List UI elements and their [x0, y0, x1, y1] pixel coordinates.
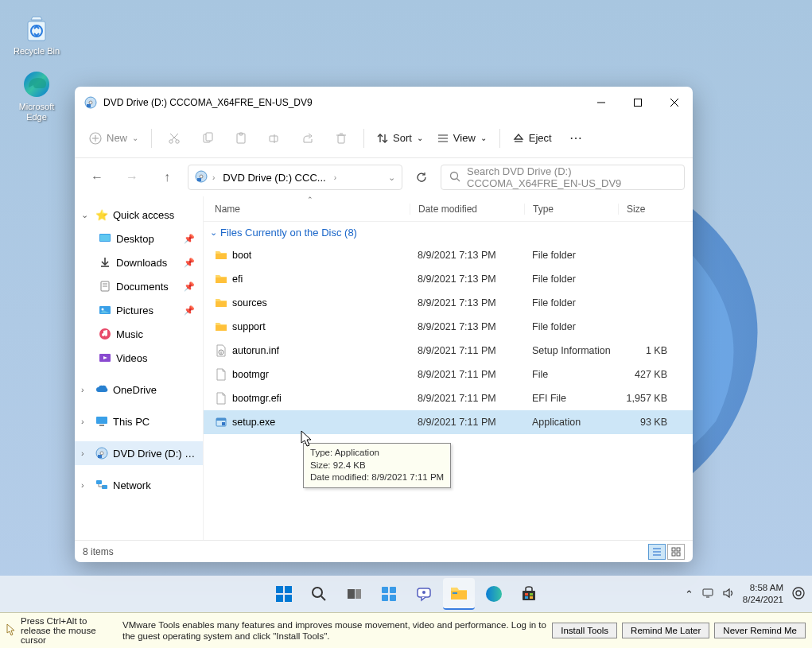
sidebar-videos[interactable]: Videos [75, 346, 203, 370]
column-size[interactable]: Size [618, 204, 675, 215]
copy-button[interactable] [192, 124, 223, 153]
pin-icon: 📌 [184, 305, 195, 316]
column-date[interactable]: Date modified [410, 204, 524, 215]
sidebar-quick-access[interactable]: ⌄ ⭐ Quick access [75, 203, 203, 227]
close-button[interactable] [656, 87, 693, 118]
network-tray-icon[interactable] [701, 587, 714, 601]
file-type: Application [524, 417, 618, 428]
cut-button[interactable] [158, 124, 190, 153]
search-box[interactable]: Search DVD Drive (D:) CCCOMA_X64FRE_EN-U… [441, 165, 685, 190]
recycle-bin-icon[interactable]: Recycle Bin [8, 8, 65, 62]
eject-button[interactable]: Eject [507, 124, 558, 153]
svg-rect-64 [216, 418, 226, 421]
file-size: 1 KB [618, 345, 675, 356]
svg-rect-91 [525, 593, 528, 596]
column-type[interactable]: Type [524, 204, 618, 215]
pin-icon: 📌 [184, 234, 195, 244]
rename-button[interactable] [258, 124, 290, 153]
titlebar[interactable]: DVD Drive (D:) CCCOMA_X64FRE_EN-US_DV9 [75, 87, 693, 118]
file-date: 8/9/2021 7:13 PM [410, 274, 524, 285]
documents-icon [99, 280, 111, 293]
sidebar-downloads[interactable]: Downloads📌 [75, 250, 203, 274]
forward-button[interactable]: → [118, 163, 146, 192]
edge-button[interactable] [478, 578, 510, 610]
thumbnails-view-toggle[interactable] [667, 544, 685, 560]
delete-button[interactable] [325, 124, 357, 153]
sidebar-pictures[interactable]: Pictures📌 [75, 298, 203, 322]
more-button[interactable]: ⋯ [560, 124, 592, 153]
file-icon [215, 392, 227, 405]
chevron-right-icon: › [81, 385, 91, 394]
file-row[interactable]: efi 8/9/2021 7:13 PM File folder [204, 267, 693, 291]
svg-rect-59 [216, 301, 227, 307]
chevron-right-icon: › [81, 417, 91, 426]
svg-point-35 [451, 172, 458, 179]
file-size: 93 KB [618, 417, 675, 428]
status-bar: 8 items [75, 540, 693, 562]
chat-button[interactable] [408, 578, 440, 610]
file-row[interactable]: bootmgr 8/9/2021 7:11 PM File 427 KB [204, 363, 693, 386]
refresh-button[interactable] [409, 165, 434, 190]
svg-rect-71 [672, 553, 675, 556]
sidebar-onedrive[interactable]: ›OneDrive [75, 378, 203, 402]
up-button[interactable]: ↑ [153, 163, 181, 192]
search-placeholder: Search DVD Drive (D:) CCCOMA_X64FRE_EN-U… [467, 165, 676, 189]
sidebar-network[interactable]: ›Network [75, 473, 203, 497]
group-header[interactable]: ⌄ Files Currently on the Disc (8) [204, 222, 693, 243]
file-name: support [232, 321, 266, 332]
details-view-toggle[interactable] [648, 544, 666, 560]
never-remind-button[interactable]: Never Remind Me [714, 623, 806, 638]
file-row[interactable]: boot 8/9/2021 7:13 PM File folder [204, 243, 693, 267]
address-bar[interactable]: › DVD Drive (D:) CCC... › ⌄ [188, 165, 402, 190]
svg-rect-48 [96, 417, 107, 424]
item-count: 8 items [83, 546, 114, 557]
install-tools-button[interactable]: Install Tools [552, 623, 617, 638]
widgets-button[interactable] [373, 578, 405, 610]
file-date: 8/9/2021 7:13 PM [410, 321, 524, 332]
file-row[interactable]: setup.exe 8/9/2021 7:11 PM Application 9… [204, 410, 693, 434]
svg-rect-18 [206, 133, 212, 141]
microsoft-edge-icon[interactable]: Microsoft Edge [8, 68, 65, 122]
column-name[interactable]: Name [215, 204, 410, 215]
maximize-button[interactable] [620, 87, 656, 118]
svg-point-77 [313, 588, 322, 597]
svg-point-89 [486, 586, 502, 602]
file-date: 8/9/2021 7:13 PM [410, 297, 524, 308]
search-button[interactable] [303, 578, 335, 610]
breadcrumb-crumb[interactable]: DVD Drive (D:) CCC... [220, 170, 328, 185]
folder-icon [215, 297, 227, 309]
svg-line-36 [457, 178, 460, 181]
back-button[interactable]: ← [83, 163, 111, 192]
file-type: EFI File [524, 393, 618, 404]
start-button[interactable] [268, 578, 300, 610]
volume-tray-icon[interactable] [722, 587, 735, 601]
store-button[interactable] [513, 578, 545, 610]
file-size: 1,957 KB [618, 393, 675, 404]
view-button[interactable]: View⌄ [431, 124, 493, 153]
sidebar-desktop[interactable]: Desktop📌 [75, 227, 203, 250]
minimize-button[interactable] [583, 87, 620, 118]
file-row[interactable]: bootmgr.efi 8/9/2021 7:11 PM EFI File 1,… [204, 386, 693, 410]
task-view-button[interactable] [338, 578, 370, 610]
remind-later-button[interactable]: Remind Me Later [622, 623, 709, 638]
sidebar-this-pc[interactable]: ›This PC [75, 409, 203, 433]
sidebar-dvd-drive[interactable]: ›DVD Drive (D:) CCCOMA_X64FRE_EN-US_DV9 [75, 441, 203, 465]
svg-rect-53 [96, 480, 102, 484]
address-dropdown[interactable]: ⌄ [388, 173, 395, 183]
paste-button[interactable] [225, 124, 257, 153]
sort-indicator: ⌃ [307, 196, 313, 204]
pin-icon: 📌 [184, 258, 195, 268]
sidebar-documents[interactable]: Documents📌 [75, 274, 203, 298]
file-row[interactable]: autorun.inf 8/9/2021 7:11 PM Setup Infor… [204, 339, 693, 363]
notifications-button[interactable] [791, 586, 806, 602]
tray-chevron[interactable]: ⌃ [685, 588, 694, 600]
file-explorer-button[interactable] [443, 578, 475, 610]
sidebar-music[interactable]: Music [75, 322, 203, 346]
file-row[interactable]: support 8/9/2021 7:13 PM File folder [204, 315, 693, 339]
file-name: efi [232, 274, 243, 285]
share-button[interactable] [292, 124, 324, 153]
file-row[interactable]: sources 8/9/2021 7:13 PM File folder [204, 291, 693, 315]
new-button[interactable]: New⌄ [83, 124, 145, 153]
clock[interactable]: 8:58 AM 8/24/2021 [743, 582, 783, 606]
sort-button[interactable]: Sort⌄ [371, 124, 429, 153]
